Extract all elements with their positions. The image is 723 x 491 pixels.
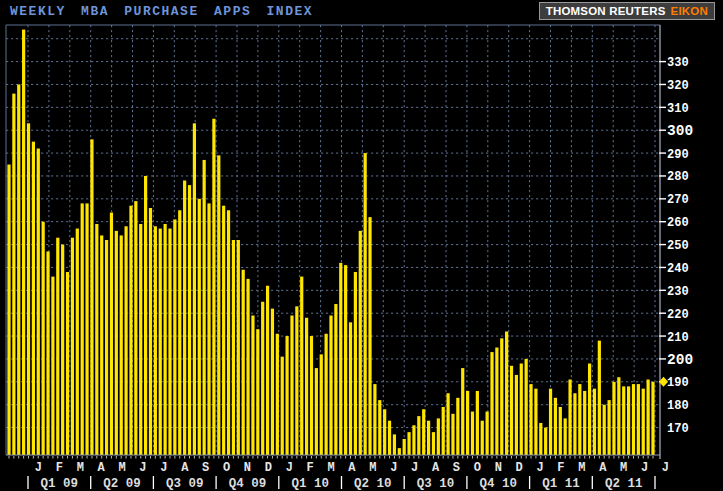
y-tick-label: 200 [667, 352, 693, 368]
month-label: M [578, 461, 585, 475]
eikon-chart-window: { "header": { "title": "WEEKLY MBA PURCH… [0, 0, 723, 491]
month-label: O [474, 461, 481, 475]
x-axis-months: JFMAMJJASONDJFMAMJJASONDJFMAMJJ [35, 461, 669, 475]
quarter-label: Q2 10 [354, 477, 392, 491]
month-label: A [98, 461, 106, 475]
month-label: J [641, 461, 648, 475]
y-tick-label: 180 [667, 399, 689, 413]
y-tick-label: 310 [667, 102, 689, 116]
y-tick-label: 270 [667, 193, 689, 207]
quarter-label: Q3 09 [166, 477, 204, 491]
month-label: A [432, 461, 440, 475]
quarter-label: Q2 11 [605, 477, 643, 491]
y-tick-label: 190 [667, 376, 689, 390]
y-tick-label: 280 [667, 170, 689, 184]
x-axis-quarters: Q1 09Q2 09Q3 09Q4 09Q1 10Q2 10Q3 10Q4 10… [28, 476, 655, 491]
month-label: J [286, 461, 293, 475]
month-label: M [118, 461, 125, 475]
month-label: J [536, 461, 543, 475]
plot-area[interactable] [6, 25, 660, 455]
y-tick-label: 320 [667, 79, 689, 93]
month-label: A [348, 461, 356, 475]
quarter-label: Q1 09 [41, 477, 79, 491]
month-label: D [265, 461, 272, 475]
month-label: A [599, 461, 607, 475]
quarter-label: Q1 10 [291, 477, 329, 491]
month-label: N [495, 461, 502, 475]
chart-canvas[interactable]: 1701801902002102202302402502602702802903… [0, 0, 723, 491]
month-label: M [620, 461, 627, 475]
y-tick-label: 290 [667, 148, 689, 162]
y-tick-label: 210 [667, 331, 689, 345]
month-label: F [307, 461, 314, 475]
y-tick-label: 170 [667, 422, 689, 436]
y-tick-label: 300 [667, 123, 693, 139]
month-label: F [557, 461, 564, 475]
y-tick-label: 250 [667, 239, 689, 253]
y-tick-label: 330 [667, 56, 689, 70]
quarter-label: Q3 10 [417, 477, 455, 491]
week-ticks [9, 456, 653, 459]
quarter-label: Q2 09 [103, 477, 141, 491]
month-label: S [453, 461, 460, 475]
month-label: J [160, 461, 167, 475]
quarter-label: Q4 10 [479, 477, 517, 491]
month-label: J [411, 461, 418, 475]
month-label: F [56, 461, 63, 475]
month-label: N [244, 461, 251, 475]
month-label: J [390, 461, 397, 475]
month-label: M [327, 461, 334, 475]
month-label: J [139, 461, 146, 475]
y-tick-label: 220 [667, 308, 689, 322]
month-label: M [369, 461, 376, 475]
quarter-label: Q1 11 [542, 477, 580, 491]
quarter-label: Q4 09 [229, 477, 267, 491]
month-label: M [77, 461, 84, 475]
month-label: O [223, 461, 230, 475]
month-label: J [662, 461, 669, 475]
month-label: A [181, 461, 189, 475]
month-label: D [516, 461, 523, 475]
month-label: S [202, 461, 209, 475]
y-tick-label: 260 [667, 216, 689, 230]
month-label: J [35, 461, 42, 475]
y-tick-label: 230 [667, 285, 689, 299]
y-tick-label: 240 [667, 262, 689, 276]
